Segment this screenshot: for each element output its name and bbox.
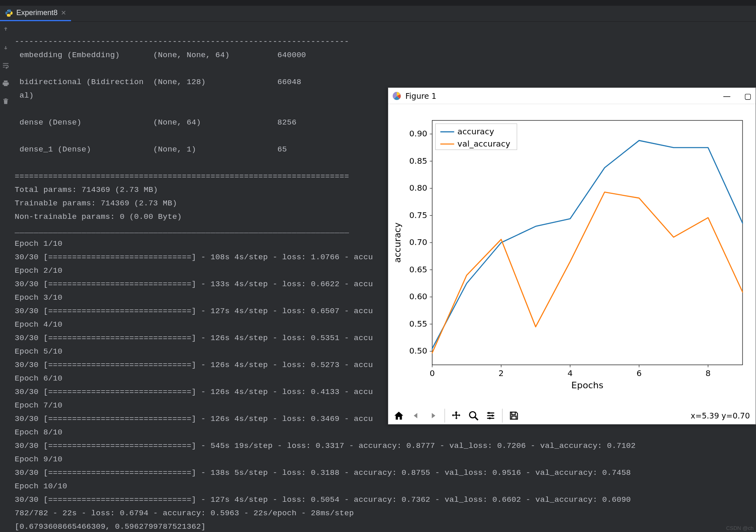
maximize-icon[interactable]: ▢ [744, 91, 752, 100]
trash-icon[interactable] [2, 98, 9, 107]
svg-point-39 [469, 412, 476, 418]
svg-point-0 [7, 10, 8, 11]
svg-text:val_accuracy: val_accuracy [458, 139, 511, 149]
cursor-coords: x=5.39 y=0.70 [691, 411, 752, 420]
configure-icon[interactable] [483, 408, 498, 423]
run-tool-gutter [0, 22, 11, 532]
top-menu-bar [0, 0, 756, 6]
tab-label: Experiment8 [16, 9, 58, 17]
svg-text:0.50: 0.50 [409, 346, 427, 356]
svg-point-42 [491, 415, 494, 417]
matplotlib-figure-window[interactable]: Figure 1 — ▢ 0.500.550.600.650.700.750.8… [388, 87, 756, 425]
forward-icon[interactable] [426, 408, 440, 423]
scroll-down-icon[interactable] [2, 44, 9, 53]
svg-text:8: 8 [705, 369, 711, 378]
matplotlib-icon [392, 91, 401, 100]
svg-text:0.55: 0.55 [409, 319, 427, 329]
scroll-up-icon[interactable] [2, 26, 9, 36]
svg-point-43 [489, 417, 491, 419]
svg-text:accuracy: accuracy [458, 127, 494, 136]
minimize-icon[interactable]: — [723, 91, 730, 100]
svg-text:accuracy: accuracy [392, 223, 402, 263]
svg-point-1 [10, 15, 11, 16]
soft-wrap-icon[interactable] [2, 62, 9, 71]
svg-point-41 [488, 412, 490, 414]
zoom-icon[interactable] [466, 408, 481, 423]
plot-canvas[interactable]: 0.500.550.600.650.700.750.800.850.900246… [388, 104, 756, 406]
home-icon[interactable] [391, 408, 406, 423]
editor-tabs: Experiment8 ✕ [0, 6, 756, 22]
figure-titlebar[interactable]: Figure 1 — ▢ [388, 88, 756, 104]
svg-text:0.90: 0.90 [409, 129, 427, 138]
svg-text:0.60: 0.60 [409, 292, 427, 301]
plot-svg: 0.500.550.600.650.700.750.800.850.900246… [388, 104, 756, 405]
svg-text:0.70: 0.70 [409, 237, 427, 247]
pan-icon[interactable] [449, 408, 464, 423]
figure-toolbar: x=5.39 y=0.70 [388, 406, 756, 425]
python-icon [5, 9, 13, 17]
figure-title: Figure 1 [405, 91, 436, 100]
svg-text:6: 6 [636, 369, 642, 378]
svg-text:2: 2 [498, 369, 504, 378]
svg-text:4: 4 [567, 369, 573, 378]
tab-experiment8[interactable]: Experiment8 ✕ [0, 6, 71, 21]
svg-line-40 [475, 417, 478, 420]
svg-rect-3 [432, 120, 743, 365]
close-icon[interactable]: ✕ [61, 9, 66, 17]
print-icon[interactable] [2, 80, 9, 89]
svg-text:0.65: 0.65 [409, 265, 427, 274]
save-icon[interactable] [507, 408, 521, 423]
svg-text:0: 0 [429, 369, 435, 378]
svg-text:0.85: 0.85 [409, 156, 427, 166]
svg-text:Epochs: Epochs [571, 380, 604, 390]
svg-text:0.80: 0.80 [409, 183, 427, 193]
back-icon[interactable] [409, 408, 423, 423]
watermark: CSDN @ch [726, 525, 754, 531]
svg-text:0.75: 0.75 [409, 210, 427, 220]
